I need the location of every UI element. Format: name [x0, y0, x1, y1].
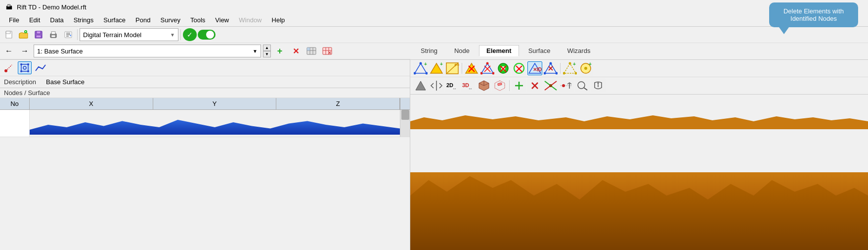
delete-surface-button[interactable]: ✕ — [289, 45, 303, 57]
menu-file[interactable]: File — [4, 15, 24, 25]
grid-delete-button[interactable]: ✕ — [320, 45, 334, 57]
menu-tools[interactable]: Tools — [185, 15, 210, 25]
2d-view-button[interactable]: 2D ↔ — [445, 79, 460, 93]
svg-rect-9 — [51, 35, 55, 37]
menu-help[interactable]: Help — [267, 15, 290, 25]
svg-text:+: + — [589, 62, 592, 67]
svg-point-69 — [575, 72, 577, 75]
add-surface-button[interactable]: + — [273, 45, 287, 57]
tab-string[interactable]: String — [413, 45, 445, 56]
menu-strings[interactable]: Strings — [69, 15, 98, 25]
toggle-switch[interactable] — [198, 30, 216, 40]
svg-point-46 — [486, 62, 489, 65]
view-toolbar: 2D ↔ 3D ↔ — [410, 77, 868, 95]
menu-pond[interactable]: Pond — [130, 15, 155, 25]
svg-point-31 — [23, 66, 26, 69]
grid-button[interactable] — [304, 45, 318, 57]
more-button[interactable] — [591, 79, 606, 93]
menu-survey[interactable]: Survey — [155, 15, 185, 25]
surface-dropdown[interactable]: 1: Base Surface ▼ — [34, 45, 261, 57]
tab-surface[interactable]: Surface — [521, 45, 558, 56]
terrain-area — [410, 95, 868, 250]
open-button[interactable] — [17, 28, 31, 41]
menu-window[interactable]: Window — [234, 15, 266, 25]
tab-bar: String Node Element Surface Wizards — [413, 45, 868, 56]
add-triangle-blue-button[interactable]: + — [413, 61, 428, 75]
snap-line-button[interactable] — [559, 79, 574, 93]
menu-data[interactable]: Data — [45, 15, 68, 25]
tab-node[interactable]: Node — [447, 45, 477, 56]
delete-outline-green-button[interactable] — [512, 61, 526, 75]
confirm-button[interactable]: ✓ — [183, 28, 197, 41]
svg-point-96 — [578, 82, 585, 89]
spin-down[interactable]: ▼ — [263, 51, 271, 57]
terrain-surface — [410, 109, 868, 129]
delete-triangle-button[interactable] — [464, 61, 479, 75]
menu-view[interactable]: View — [210, 15, 234, 25]
svg-text:+: + — [424, 62, 427, 67]
edit-button[interactable] — [61, 28, 75, 41]
print-button[interactable] — [46, 28, 60, 41]
delete-nodes-red-button[interactable] — [480, 61, 495, 75]
main-area: Description Base Surface Nodes / Surface… — [0, 60, 868, 250]
add-yellow-dotted-button[interactable]: + — [563, 61, 577, 75]
right-tab-area: String Node Element Surface Wizards — [410, 43, 868, 60]
menu-edit[interactable]: Edit — [24, 15, 45, 25]
second-row: ← → 1: Base Surface ▼ ▲ ▼ + ✕ ✕ — [0, 43, 868, 60]
app-icon: 🏔 — [4, 2, 14, 12]
point-tool[interactable] — [2, 61, 16, 74]
element-sep-2 — [560, 63, 561, 74]
svg-point-61 — [550, 62, 552, 65]
diagonal-yellow-button[interactable]: ⟷ — [445, 61, 460, 75]
table-section-label: Nodes / Surface — [0, 88, 410, 98]
nav-area: ← → 1: Base Surface ▼ ▲ ▼ + ✕ ✕ — [0, 43, 410, 60]
forward-button[interactable]: → — [18, 45, 32, 57]
terrain-view-button[interactable] — [413, 79, 428, 93]
delete-element-button[interactable] — [527, 79, 542, 93]
iso-box-button[interactable] — [477, 79, 491, 93]
add-element-plus-button[interactable] — [512, 79, 526, 93]
iso-pencil-button[interactable] — [492, 79, 507, 93]
tooltip-bubble: Delete Elements with Identified Nodes — [769, 2, 858, 27]
chart-row — [0, 110, 410, 137]
svg-marker-84 — [495, 81, 505, 91]
tooltip-text: Delete Elements with Identified Nodes — [783, 7, 844, 22]
scroll-thumb[interactable] — [401, 110, 409, 120]
delete-x-blue-button[interactable] — [543, 61, 558, 75]
svg-rect-85 — [498, 83, 502, 86]
model-type-label: Digital Terrain Model — [83, 31, 141, 39]
chart-no-col — [0, 110, 30, 137]
polyline-tool[interactable] — [34, 61, 47, 74]
add-triangle-yellow-button[interactable]: + — [429, 61, 444, 75]
svg-text:⟷: ⟷ — [454, 62, 459, 68]
right-panel: + + ⟷ — [410, 60, 868, 250]
tab-wizards[interactable]: Wizards — [560, 45, 598, 56]
svg-point-30 — [27, 70, 29, 72]
separator-2 — [180, 29, 181, 40]
delete-green-circle-button[interactable] — [496, 61, 511, 75]
table-scrollbar[interactable] — [400, 110, 410, 137]
back-button[interactable]: ← — [2, 45, 16, 57]
terrain-base — [410, 172, 868, 250]
3d-view-button[interactable]: 3D ↔ — [461, 79, 476, 93]
save-button[interactable] — [32, 28, 45, 41]
description-area: Description Base Surface — [0, 76, 410, 88]
svg-rect-8 — [51, 32, 55, 34]
menu-surface[interactable]: Surface — [98, 15, 130, 25]
select-box-tool[interactable] — [18, 61, 32, 74]
model-type-dropdown[interactable]: Digital Terrain Model ▼ — [80, 28, 178, 41]
svg-marker-74 — [416, 81, 426, 90]
svg-point-99 — [598, 83, 599, 84]
spin-up[interactable]: ▲ — [263, 45, 271, 51]
title-bar: 🏔 Rift TD - Demo Model.rft — [0, 0, 868, 14]
delete-id-button[interactable]: ✕ID — [527, 61, 542, 75]
svg-point-29 — [20, 70, 22, 72]
intersect-button[interactable] — [543, 79, 558, 93]
spin-control[interactable]: ▲ ▼ — [263, 45, 271, 57]
col-x: X — [30, 98, 153, 109]
new-button[interactable] — [2, 28, 16, 41]
add-node-plus-button[interactable]: + — [578, 61, 593, 75]
zoom-search-button[interactable] — [575, 79, 590, 93]
split-arrow-button[interactable] — [429, 79, 444, 93]
tab-element[interactable]: Element — [479, 45, 519, 56]
